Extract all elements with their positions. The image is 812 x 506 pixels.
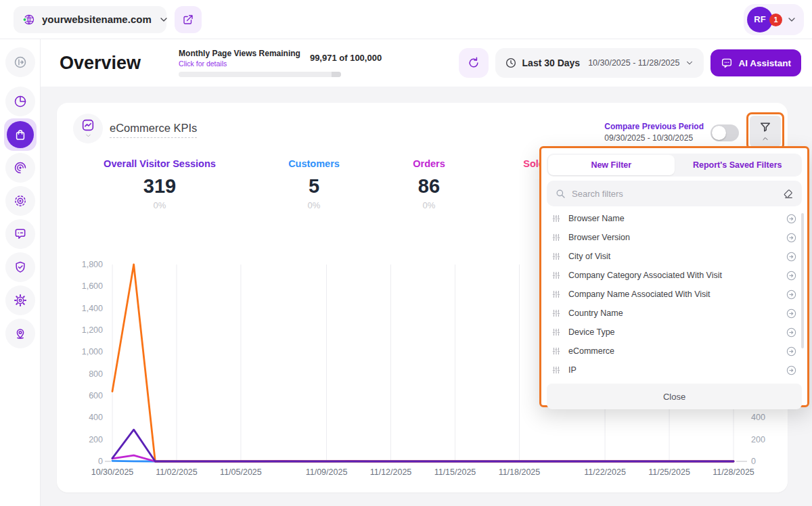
compare-range: 09/30/2025 - 10/30/2025 xyxy=(604,133,704,143)
sliders-icon xyxy=(551,271,561,280)
quota-label: Monthly Page Views Remaining xyxy=(179,49,300,58)
ai-chat-icon xyxy=(721,57,733,69)
svg-text:1,200: 1,200 xyxy=(82,325,103,335)
arrow-circle-right-icon[interactable] xyxy=(786,346,797,357)
sidebar-item-bubble xyxy=(5,47,35,77)
filter-list-scrollbar[interactable] xyxy=(801,213,804,348)
kpi-customers[interactable]: Customers50% xyxy=(253,158,375,210)
location-pin-icon xyxy=(14,327,27,340)
compare-toggle[interactable] xyxy=(710,124,739,141)
sidebar-item-bubble xyxy=(5,153,35,183)
arrow-circle-right-icon[interactable] xyxy=(786,308,797,319)
kpi-orders[interactable]: Orders860% xyxy=(368,158,490,210)
sidebar-item-recordings[interactable] xyxy=(4,185,37,217)
toggle-knob xyxy=(712,126,726,140)
filter-item-company-name-associated-with-visit[interactable]: Company Name Associated With Visit xyxy=(547,285,802,304)
filter-item-company-category-associated-with-visit[interactable]: Company Category Associated With Visit xyxy=(547,266,802,285)
open-website-button[interactable] xyxy=(175,6,202,33)
sliders-icon xyxy=(551,252,561,261)
svg-text:1,600: 1,600 xyxy=(82,281,103,291)
card-title[interactable]: eCommerce KPIs xyxy=(110,122,197,138)
svg-text:11/22/2025: 11/22/2025 xyxy=(584,467,626,477)
ai-assistant-button[interactable]: AI Assistant xyxy=(710,49,801,76)
date-preset: Last 30 Days xyxy=(522,58,581,68)
sidebar-item-settings[interactable] xyxy=(4,284,37,317)
website-name: yourwebsitename.com xyxy=(42,14,152,25)
filter-item-device-type[interactable]: Device Type xyxy=(547,323,802,342)
website-selector[interactable]: yourwebsitename.com xyxy=(14,6,166,33)
filter-tab-new-filter[interactable]: New Filter xyxy=(548,155,675,175)
sliders-icon xyxy=(551,327,561,337)
quota-value: 99,971 of 100,000 xyxy=(310,53,382,63)
sidebar-item-expand[interactable] xyxy=(4,46,37,78)
filter-search-input[interactable] xyxy=(572,189,777,199)
arrow-circle-right-icon[interactable] xyxy=(786,327,797,338)
gear-icon xyxy=(14,294,27,307)
svg-text:200: 200 xyxy=(89,435,103,444)
svg-text:1,000: 1,000 xyxy=(82,347,103,356)
kpi-value: 319 xyxy=(92,175,227,198)
filter-item-country-name[interactable]: Country Name xyxy=(547,304,802,323)
arrow-circle-right-icon[interactable] xyxy=(786,251,797,262)
date-range-value: 10/30/2025 - 11/28/2025 xyxy=(588,58,679,68)
filter-item-city-of-visit[interactable]: City of Visit xyxy=(547,247,802,266)
sidebar-item-communication[interactable] xyxy=(4,218,37,250)
widget-type-button[interactable] xyxy=(73,114,103,143)
arrow-circle-right-icon[interactable] xyxy=(786,232,797,244)
shield-check-icon xyxy=(14,260,27,274)
filter-item-browser-name[interactable]: Browser Name xyxy=(547,209,802,228)
arrow-circle-right-icon[interactable] xyxy=(786,270,797,281)
account-menu[interactable]: RF 1 xyxy=(744,4,804,35)
filter-button[interactable] xyxy=(750,116,781,147)
filter-button-highlight xyxy=(746,112,784,150)
kpi-delta: 0% xyxy=(253,200,375,210)
svg-text:0: 0 xyxy=(98,457,103,466)
compare-previous-period[interactable]: Compare Previous Period 09/30/2025 - 10/… xyxy=(604,122,704,143)
kpi-delta: 0% xyxy=(92,200,227,210)
filter-item-label: Company Category Associated With Visit xyxy=(568,271,786,280)
kpi-overall-visitor-sessions[interactable]: Overall Visitor Sessions3190% xyxy=(92,158,227,210)
sidebar-item-bubble xyxy=(5,252,35,282)
date-range-picker[interactable]: Last 30 Days 10/30/2025 - 11/28/2025 xyxy=(495,48,704,78)
filter-tab-report-s-saved-filters[interactable]: Report's Saved Filters xyxy=(675,155,801,175)
compare-label: Compare Previous Period xyxy=(604,122,704,131)
close-button[interactable]: Close xyxy=(547,384,802,409)
filter-item-label: Device Type xyxy=(568,327,786,337)
filter-item-label: City of Visit xyxy=(568,252,786,261)
shopping-bag-icon xyxy=(14,128,27,141)
sidebar-item-bubble xyxy=(5,319,35,348)
arrow-circle-right-icon[interactable] xyxy=(786,213,797,225)
clock-icon xyxy=(505,57,517,69)
refresh-icon xyxy=(467,56,480,70)
filter-item-ip[interactable]: IP xyxy=(547,361,802,380)
arrow-circle-right-icon[interactable] xyxy=(786,289,797,300)
svg-text:10/30/2025: 10/30/2025 xyxy=(91,467,134,477)
filter-item-ecommerce[interactable]: eCommerce xyxy=(547,342,802,361)
sliders-icon xyxy=(551,365,561,375)
chart-line-overall-visitor-sessions xyxy=(112,430,734,461)
refresh-button[interactable] xyxy=(459,48,489,78)
ai-assistant-label: AI Assistant xyxy=(738,58,791,68)
sidebar-item-behaviour[interactable] xyxy=(4,152,37,184)
chat-bubble-icon xyxy=(14,227,27,241)
sidebar-nav xyxy=(0,39,41,506)
svg-text:11/09/2025: 11/09/2025 xyxy=(306,467,348,477)
svg-text:11/02/2025: 11/02/2025 xyxy=(156,467,198,477)
chevron-up-icon xyxy=(761,135,769,143)
arrow-circle-right-icon[interactable] xyxy=(786,365,797,376)
sidebar-item-ecommerce[interactable] xyxy=(4,118,37,151)
svg-text:800: 800 xyxy=(89,369,103,379)
sidebar-item-privacy[interactable] xyxy=(4,251,37,283)
svg-text:1,400: 1,400 xyxy=(82,304,103,313)
quota-details-link[interactable]: Click for details xyxy=(179,60,300,68)
filter-item-browser-version[interactable]: Browser Version xyxy=(547,228,802,247)
sidebar-item-dashboards[interactable] xyxy=(4,85,37,118)
filter-item-label: Country Name xyxy=(568,308,786,318)
page-title: Overview xyxy=(60,53,141,74)
eraser-icon[interactable] xyxy=(783,188,794,199)
sidebar-item-visitors-location[interactable] xyxy=(4,317,37,350)
kpi-label: Orders xyxy=(368,158,490,169)
sliders-icon xyxy=(551,214,561,223)
sidebar-item-bubble xyxy=(5,285,35,315)
filter-panel: New FilterReport's Saved Filters Browser… xyxy=(539,146,809,407)
